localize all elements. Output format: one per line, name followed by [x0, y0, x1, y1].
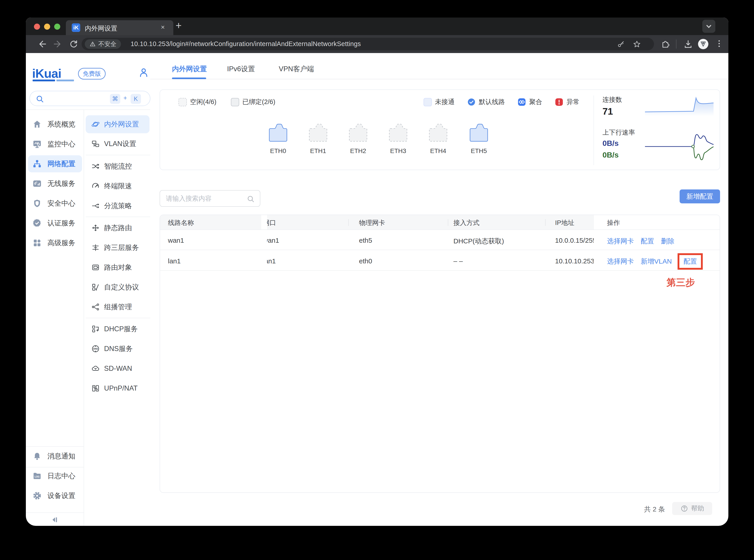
- help-button[interactable]: 帮助: [672, 502, 712, 515]
- table-search-input[interactable]: [166, 192, 240, 204]
- submenu-item-terminal-limit[interactable]: 终端限速: [86, 177, 150, 195]
- security-label: 不安全: [98, 40, 116, 48]
- nested-rects-icon: [91, 263, 100, 272]
- table-search[interactable]: [160, 190, 260, 207]
- submenu-item-smart-qos[interactable]: 智能流控: [86, 157, 150, 175]
- port-eth2[interactable]: ETH2: [346, 121, 371, 155]
- layers-lines-icon: [91, 243, 100, 252]
- search-icon: [35, 94, 45, 104]
- submenu-item-custom-protocol[interactable]: 自定义协议: [86, 278, 150, 296]
- submenu-item-internal-external[interactable]: 内外网设置: [86, 115, 150, 133]
- lines-table: 网口 物理网卡 接入方式 IP地址 wan1 eth5 DHCP(动态获取) 1…: [160, 215, 720, 493]
- url-text: 10.10.10.253/login#/networkConfiguration…: [131, 40, 361, 48]
- svg-text:LOG: LOG: [35, 476, 40, 478]
- security-chip[interactable]: 不安全: [85, 39, 121, 49]
- sidebar-item-security-center[interactable]: 安全中心: [28, 195, 82, 212]
- sidebar-search-input[interactable]: [47, 93, 110, 104]
- sidebar-item-network-config[interactable]: 网络配置: [28, 155, 82, 172]
- bound-legend-icon: [231, 98, 239, 106]
- profile-avatar[interactable]: [698, 39, 708, 49]
- tab-internal-external-settings[interactable]: 内外网设置: [172, 64, 207, 74]
- download-icon[interactable]: [683, 39, 694, 49]
- password-key-icon[interactable]: [617, 40, 625, 48]
- address-bar[interactable]: 不安全 10.10.10.253/login#/networkConfigura…: [82, 38, 654, 50]
- tabs-bottom-border: [150, 79, 728, 79]
- wifi-icon: [32, 179, 42, 188]
- submenu-item-vlan[interactable]: VLAN设置: [86, 135, 150, 153]
- port-eth4[interactable]: ETH4: [426, 121, 451, 155]
- port-eth0[interactable]: ETH0: [266, 121, 291, 155]
- gear-icon: [32, 491, 42, 501]
- submenu-item-upnp-nat[interactable]: UPnP/NAT: [86, 379, 150, 397]
- sidebar-item-device-settings[interactable]: 设备设置: [28, 487, 82, 504]
- dhcp-icon: [91, 324, 100, 334]
- sidebar-item-wireless[interactable]: 无线服务: [28, 175, 82, 192]
- col-header-access-mode: 接入方式: [453, 218, 479, 227]
- submenu-item-dns[interactable]: DNS DNS服务: [86, 340, 150, 358]
- forward-icon[interactable]: [52, 39, 63, 49]
- browser-tab-bar: iK 内外网设置 × +: [26, 18, 728, 35]
- active-tab-underline: [172, 78, 206, 79]
- submenu-item-route-object[interactable]: 路由对象: [86, 258, 150, 276]
- sidebar-item-log-center[interactable]: LOG 日志中心: [28, 467, 82, 484]
- submenu-item-split-policy[interactable]: 分流策略: [86, 197, 150, 215]
- shortcut-k-key: K: [131, 94, 141, 104]
- back-icon[interactable]: [37, 39, 47, 49]
- zoom-window-button[interactable]: [54, 24, 60, 30]
- submenu-item-static-route[interactable]: 静态路由: [86, 219, 150, 237]
- browser-menu-kebab-icon[interactable]: [714, 39, 724, 48]
- tab-ipv6-settings[interactable]: IPv6设置: [227, 64, 255, 74]
- tab-vpn-client[interactable]: VPN客户端: [279, 64, 314, 74]
- sidebar-item-auth-service[interactable]: 认证服务: [28, 215, 82, 232]
- select-nic-link[interactable]: 选择网卡: [607, 237, 634, 246]
- stats-divider: [594, 96, 594, 165]
- port-eth1[interactable]: ETH1: [306, 121, 331, 155]
- svg-text:DNS: DNS: [93, 348, 98, 350]
- port-eth5[interactable]: ETH5: [467, 121, 491, 155]
- select-nic-link[interactable]: 选择网卡: [607, 257, 634, 266]
- add-vlan-link[interactable]: 新增VLAN: [641, 257, 672, 266]
- close-window-button[interactable]: [34, 24, 40, 30]
- submenu-item-sdwan[interactable]: SD-WAN: [86, 360, 150, 378]
- sidebar-item-notifications[interactable]: 消息通知: [28, 448, 82, 465]
- frozen-column-gap: [261, 215, 267, 270]
- reload-icon[interactable]: [68, 39, 79, 49]
- new-tab-button[interactable]: +: [176, 19, 182, 32]
- submenu-item-dhcp[interactable]: DHCP服务: [86, 320, 150, 338]
- sidebar-item-advanced-service[interactable]: 高级服务: [28, 234, 82, 252]
- bookmark-star-icon[interactable]: [632, 40, 641, 49]
- sidebar-divider: [84, 109, 84, 526]
- ikuai-logo[interactable]: iKuai: [32, 66, 61, 81]
- close-tab-icon[interactable]: ×: [161, 23, 165, 31]
- legend-aggregate: 聚合: [517, 98, 542, 106]
- badge-check-icon: [32, 218, 42, 228]
- delete-link[interactable]: 删除: [661, 237, 674, 246]
- submenu-item-multicast[interactable]: 组播管理: [86, 298, 150, 316]
- submenu-group-divider-1: [86, 155, 150, 155]
- legend-default-line: 默认线路: [467, 98, 505, 106]
- multicast-branches-icon: [91, 302, 100, 312]
- submenu-item-cross-layer3[interactable]: 跨三层服务: [86, 239, 150, 257]
- row-divider: [160, 270, 720, 271]
- shortcut-plus: +: [123, 94, 127, 102]
- user-account-icon[interactable]: [138, 66, 150, 78]
- connections-label: 连接数: [602, 95, 622, 104]
- configure-link[interactable]: 配置: [641, 237, 654, 246]
- col-header-nic: 物理网卡: [359, 218, 385, 227]
- sidebar-search[interactable]: ⌘ + K: [29, 91, 151, 106]
- submenu-group-divider-2: [86, 217, 150, 217]
- add-config-button[interactable]: 新增配置: [680, 189, 720, 203]
- upload-rate-value: 0B/s: [602, 139, 619, 148]
- tab-search-button[interactable]: [702, 20, 715, 33]
- sidebar-item-system-overview[interactable]: 系统概览: [28, 116, 82, 133]
- extensions-puzzle-icon[interactable]: [660, 39, 671, 49]
- port-eth3[interactable]: ETH3: [386, 121, 411, 155]
- rate-label: 上下行速率: [602, 128, 635, 137]
- browser-tab[interactable]: iK 内外网设置 ×: [66, 20, 173, 35]
- collapse-sidebar-icon[interactable]: [49, 515, 60, 525]
- configure-link-highlighted[interactable]: 配置: [678, 253, 703, 270]
- legend-idle: 空闲(4/6): [178, 98, 217, 106]
- col-divider: [348, 219, 349, 226]
- minimize-window-button[interactable]: [44, 24, 50, 30]
- sidebar-item-monitor-center[interactable]: 监控中心: [28, 136, 82, 153]
